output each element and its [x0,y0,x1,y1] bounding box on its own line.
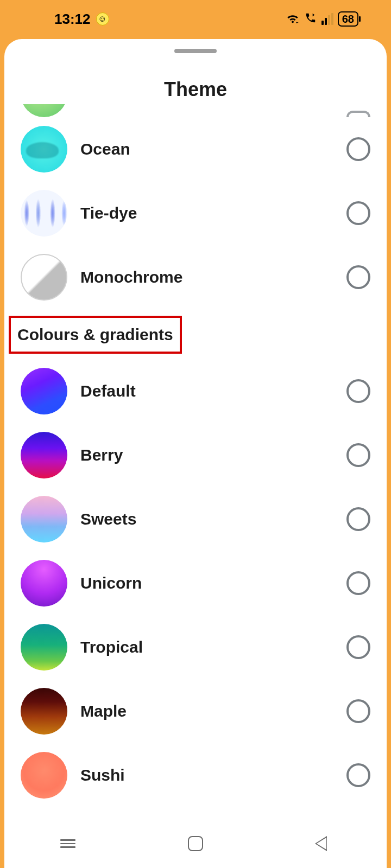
theme-row-sweets[interactable]: Sweets [4,487,387,551]
theme-radio[interactable] [346,571,370,595]
menu-icon [60,837,75,850]
square-icon [188,836,203,851]
theme-list[interactable]: Ocean Tie-dye Monochrome Colours & gradi… [4,104,387,868]
theme-label: Ocean [80,140,346,158]
theme-row-maple[interactable]: Maple [4,679,387,743]
theme-radio[interactable] [346,763,370,787]
wifi-icon [286,11,300,28]
theme-swatch-sweets [21,496,67,542]
section-header: Colours & gradients [11,318,180,352]
theme-swatch-berry [21,432,67,478]
battery-indicator: 68 [338,11,358,27]
sheet-title: Theme [4,78,387,101]
theme-label: Default [80,382,346,400]
theme-swatch-default [21,368,67,414]
theme-swatch-ocean [21,126,67,173]
theme-swatch-unicorn [21,560,67,607]
theme-label: Tropical [80,638,346,656]
nav-recent-button[interactable] [57,833,79,854]
status-left: 13:12 ☺ [54,11,109,28]
theme-row-unicorn[interactable]: Unicorn [4,551,387,615]
theme-radio[interactable] [346,201,370,225]
theme-sheet: Theme Ocean Tie-dye Monochrome Colours &… [4,39,387,868]
theme-row-tiedye[interactable]: Tie-dye [4,181,387,245]
drag-handle[interactable] [174,49,217,53]
theme-radio[interactable] [346,699,370,723]
theme-label: Sushi [80,766,346,784]
back-icon [317,836,329,851]
theme-radio[interactable] [346,635,370,659]
theme-row-monochrome[interactable]: Monochrome [4,245,387,309]
nav-back-button[interactable] [312,833,334,854]
theme-radio[interactable] [346,111,370,117]
theme-radio[interactable] [346,137,370,161]
status-app-icon: ☺ [96,12,109,25]
theme-radio[interactable] [346,379,370,403]
theme-swatch-monochrome [21,254,67,301]
call-icon [304,11,317,28]
theme-row-berry[interactable]: Berry [4,423,387,487]
status-right: 68 [286,11,358,28]
theme-radio[interactable] [346,265,370,289]
theme-row-sushi[interactable]: Sushi [4,743,387,807]
theme-label: Tie-dye [80,204,346,222]
status-bar: 13:12 ☺ 68 [0,0,391,38]
system-navbar [4,819,387,868]
theme-label: Monochrome [80,268,346,286]
theme-swatch [21,104,67,117]
theme-swatch-tropical [21,624,67,671]
theme-radio[interactable] [346,443,370,467]
theme-swatch-maple [21,688,67,735]
status-time: 13:12 [54,11,91,28]
nav-home-button[interactable] [185,833,206,854]
theme-radio[interactable] [346,507,370,531]
annotation-highlight: Colours & gradients [4,309,387,359]
theme-swatch-tiedye [21,190,67,237]
theme-row-default[interactable]: Default [4,359,387,423]
theme-swatch-sushi [21,752,67,799]
theme-label: Unicorn [80,574,346,592]
theme-label: Sweets [80,510,346,528]
theme-label: Berry [80,446,346,464]
theme-row-tropical[interactable]: Tropical [4,615,387,679]
theme-row-partial[interactable] [4,104,387,117]
signal-icon [321,13,333,25]
theme-label: Maple [80,702,346,720]
theme-row-ocean[interactable]: Ocean [4,117,387,181]
